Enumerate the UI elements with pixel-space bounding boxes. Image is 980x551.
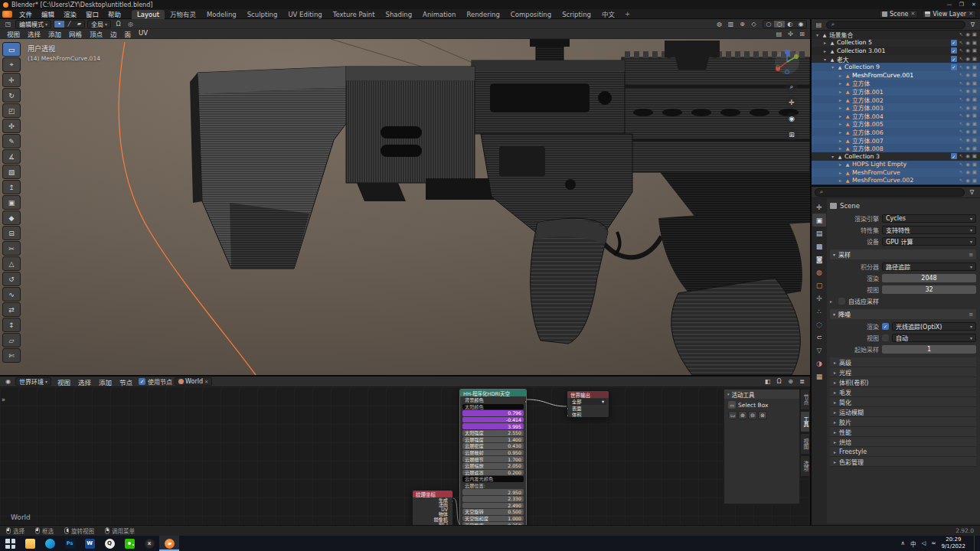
selectable-icon[interactable]: ↖ [959, 112, 963, 119]
collapsed-section-header[interactable]: ▸ 胶片 [830, 417, 976, 427]
select-mode-button[interactable]: ╱ [64, 21, 74, 28]
input-row[interactable]: 体积 [570, 412, 606, 418]
collapsed-section-header[interactable]: ▸ 运动模糊 [830, 407, 976, 417]
properties-tab[interactable]: ▽ [812, 344, 826, 357]
tool-button[interactable]: ✄ [2, 348, 21, 363]
sidebar-tab[interactable]: 工具 [800, 411, 810, 432]
expand-arrow-icon[interactable]: ▸ [838, 129, 843, 135]
node-row[interactable]: 云层密度 0.430 [462, 443, 524, 449]
tray-icon[interactable]: ≈ [931, 540, 936, 548]
tool-button[interactable]: ▣ [2, 195, 21, 210]
node-row[interactable]: 天空旋转 0.500 [462, 509, 524, 515]
tray-icon[interactable]: ◁ [921, 540, 926, 548]
expand-arrow-icon[interactable]: ▸ [838, 121, 843, 126]
shading-mode-button[interactable]: ○ [763, 21, 774, 28]
node-row[interactable]: 云层位置: [462, 483, 524, 489]
hide-eye-icon[interactable]: ◉ [965, 105, 970, 111]
render-camera-icon[interactable]: ▣ [972, 96, 977, 103]
render-camera-icon[interactable]: ▣ [972, 31, 977, 37]
selectable-icon[interactable]: ↖ [959, 96, 963, 103]
expand-arrow-icon[interactable]: ▸ [838, 105, 843, 110]
tool-button[interactable]: ✛ [2, 73, 21, 87]
select-mode-button[interactable]: ∙ [54, 21, 64, 28]
shader-menu-item[interactable]: 节点 [116, 377, 136, 386]
outliner-row[interactable]: ▸ ▲ MeshFromCurve.001 ✓ ↖ ◉ ▣ [812, 71, 980, 80]
expand-arrow-icon[interactable]: ▸ [838, 178, 843, 183]
outliner-row[interactable]: ▾ ▲ 场景集合 ✓ ↖ ◉ ▣ [812, 31, 980, 39]
workspace-tab[interactable]: Modeling [201, 10, 242, 19]
node-row[interactable]: 3.995 [462, 423, 524, 429]
render-camera-icon[interactable]: ▣ [972, 56, 977, 62]
expand-arrow-icon[interactable]: ▸ [838, 89, 843, 94]
expand-arrow-icon[interactable]: ▾ [815, 32, 820, 37]
node-row[interactable]: 云层缩放 2.050 [462, 463, 524, 469]
outliner-row[interactable]: ▾ ▲ Collection 3 ✓ ↖ ◉ ▣ [812, 152, 980, 161]
scene-unlink-icon[interactable]: ✕ [910, 11, 915, 17]
editor-type-icon[interactable]: ▤ [814, 21, 824, 29]
tray-icon[interactable]: ∧ [900, 540, 905, 548]
shader-header-icon[interactable]: ≣ [797, 377, 807, 386]
hide-eye-icon[interactable]: ◉ [965, 96, 970, 103]
viewport-menu-item[interactable]: 选择 [24, 29, 44, 38]
hide-eye-icon[interactable]: ◉ [965, 161, 970, 168]
properties-tab[interactable]: ✢ [812, 292, 826, 305]
render-camera-icon[interactable]: ▣ [972, 105, 977, 111]
view-layer-unlink-icon[interactable]: ✕ [969, 11, 973, 17]
show-desktop-button[interactable] [974, 536, 977, 551]
node-canvas[interactable]: » HH-程序化HDRI天空 背景颜色 太阳颜色 [0, 387, 810, 525]
render-camera-icon[interactable]: ▣ [972, 121, 977, 127]
tool-option-button[interactable]: ⊗ [758, 411, 767, 419]
viewport-header-icon[interactable]: ▤ [774, 30, 784, 38]
taskbar-app-button[interactable] [20, 536, 40, 551]
selectable-icon[interactable]: ↖ [959, 56, 963, 62]
expand-arrow-icon[interactable]: ▸ [838, 170, 843, 175]
properties-tab[interactable]: ◍ [812, 266, 826, 279]
adaptive-sampling-checkbox[interactable] [838, 298, 845, 305]
render-camera-icon[interactable]: ▣ [972, 112, 977, 119]
outliner-row[interactable]: ▸ ▲ 立方体.002 ✓ ↖ ◉ ▣ [812, 96, 980, 104]
viewport-toggle-icon[interactable]: ◇ [749, 20, 759, 28]
shader-header-icon[interactable]: Ω [774, 377, 784, 386]
node-row[interactable]: 云内发光颜色 [462, 476, 524, 482]
selectable-icon[interactable]: ↖ [959, 31, 963, 37]
rifle-wireframe-model[interactable] [0, 39, 810, 375]
expand-arrow-icon[interactable]: ▸ [838, 73, 843, 78]
hide-eye-icon[interactable]: ◉ [965, 121, 970, 127]
viewport-toggle-icon[interactable]: ◍ [714, 20, 724, 28]
menu-item[interactable]: 渲染 [59, 9, 81, 18]
selectable-icon[interactable]: ↖ [959, 47, 963, 54]
taskbar-app-button[interactable] [40, 536, 60, 551]
shader-menu-item[interactable]: 添加 [95, 377, 116, 386]
proportional-edit-icon[interactable]: ◎ [126, 20, 136, 28]
selectable-icon[interactable]: ↖ [959, 169, 963, 175]
active-tool-row[interactable]: ▭ Select Box [724, 399, 799, 411]
outliner-row[interactable]: ▸ ▲ 立方体.004 ✓ ↖ ◉ ▣ [812, 112, 980, 120]
selectable-icon[interactable]: ↖ [959, 72, 963, 78]
properties-search[interactable]: ⌕ [815, 188, 965, 197]
workspace-tab[interactable]: Animation [417, 10, 461, 19]
blender-menu-icon[interactable] [2, 11, 12, 18]
shader-menu-item[interactable]: 选择 [74, 377, 95, 386]
tool-button[interactable]: ↕ [2, 318, 21, 332]
hide-eye-icon[interactable]: ◉ [965, 178, 970, 184]
tool-button[interactable]: ✣ [2, 119, 21, 133]
hide-eye-icon[interactable]: ◉ [965, 64, 970, 70]
taskbar-app-button[interactable] [0, 536, 20, 551]
workspace-tab[interactable]: Rendering [461, 10, 505, 19]
menu-item[interactable]: 帮助 [103, 9, 126, 18]
properties-tab[interactable]: ▤ [812, 227, 826, 240]
maximize-button[interactable]: ❐ [956, 2, 968, 8]
node-hdri-group[interactable]: HH-程序化HDRI天空 背景颜色 太阳颜色 [459, 389, 527, 525]
node-row[interactable]: 云层遮罩 0.200 [462, 470, 524, 476]
tool-button[interactable]: ▱ [2, 333, 21, 347]
hide-eye-icon[interactable]: ◉ [965, 153, 970, 159]
outliner-row[interactable]: ▾ ▲ Collection 9 ✓ ↖ ◉ ▣ [812, 63, 980, 71]
outliner-row[interactable]: ▸ ▲ 立方体.005 ✓ ↖ ◉ ▣ [812, 120, 980, 129]
collection-checkbox[interactable]: ✓ [951, 40, 957, 46]
properties-tab[interactable]: ▦ [812, 370, 826, 383]
filter-icon[interactable]: ∇ [968, 21, 978, 29]
scene-selector[interactable]: Scene ✕ [879, 10, 918, 18]
view-layer-selector[interactable]: View Layer ✕ [922, 10, 976, 18]
tool-button[interactable]: ⌖ [2, 57, 21, 72]
tool-button[interactable]: ▭ [2, 42, 21, 57]
